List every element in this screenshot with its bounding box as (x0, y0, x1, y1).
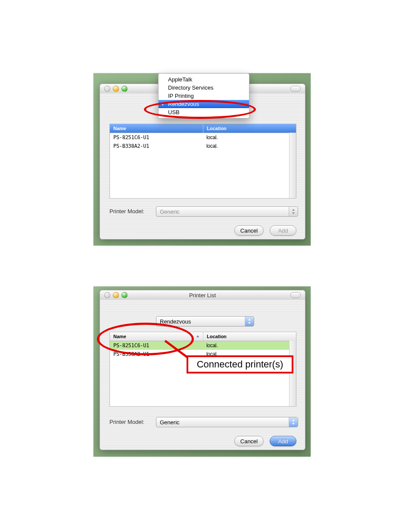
connection-dropdown-menu: AppleTalk Directory Services IP Printing… (158, 73, 249, 118)
column-name[interactable]: Name (110, 124, 203, 133)
window-titlebar[interactable]: Printer List (100, 290, 305, 300)
menu-item-ip-printing[interactable]: IP Printing (159, 92, 249, 100)
add-label: Add (278, 227, 288, 234)
window-zoom-button[interactable] (121, 86, 128, 92)
printer-model-popup[interactable]: Generic (156, 206, 298, 217)
table-scrollbar[interactable] (289, 133, 296, 198)
column-location[interactable]: Location (203, 124, 296, 133)
cancel-button[interactable]: Cancel (234, 436, 264, 446)
cell-location: local. (203, 342, 296, 348)
popup-arrows-icon (289, 207, 298, 216)
cell-name: PS-8251C6-U1 (110, 342, 203, 348)
cell-name: PS-B338A2-U1 (110, 143, 203, 149)
toolbar-toggle-button[interactable] (290, 292, 301, 298)
cell-location: local. (203, 143, 296, 149)
annotation-text: Connected printer(s) (197, 359, 283, 370)
popup-arrows-icon (289, 417, 298, 427)
menu-item-appletalk[interactable]: AppleTalk (159, 75, 249, 84)
printer-model-value: Generic (160, 208, 180, 215)
screenshot-top: Name Location PS-8251C6-U1 local. PS-B33… (93, 73, 311, 246)
table-header: Name Location (110, 332, 296, 341)
printer-model-label: Printer Model: (109, 419, 144, 425)
window-zoom-button[interactable] (121, 292, 128, 298)
cell-name: PS-8251C6-U1 (110, 134, 203, 140)
window-close-button[interactable] (104, 86, 110, 92)
window-title: Printer List (100, 292, 305, 299)
add-button[interactable]: Add (270, 436, 296, 446)
cancel-button[interactable]: Cancel (234, 225, 264, 236)
window-minimize-button[interactable] (113, 292, 119, 298)
cancel-label: Cancel (240, 438, 258, 445)
menu-item-directory-services[interactable]: Directory Services (159, 84, 249, 92)
printer-model-popup[interactable]: Generic (156, 417, 298, 427)
screenshot-bottom: Printer List Rendezvous Name Location (93, 286, 311, 457)
checkmark-icon: ✓ (161, 101, 165, 107)
add-button[interactable]: Add (270, 225, 296, 236)
sort-ascending-icon (196, 334, 199, 339)
cancel-label: Cancel (240, 227, 258, 234)
printer-table: Name Location PS-8251C6-U1 local. PS-B33… (109, 124, 296, 199)
cell-location: local. (203, 134, 296, 140)
table-scrollbar[interactable] (289, 341, 296, 406)
table-row[interactable]: PS-8251C6-U1 local. (110, 341, 296, 350)
menu-item-usb[interactable]: USB (159, 108, 249, 116)
toolbar-toggle-button[interactable] (290, 86, 301, 92)
connection-popup[interactable]: Rendezvous (156, 316, 254, 327)
printer-model-value: Generic (160, 419, 180, 426)
annotation-callout: Connected printer(s) (187, 355, 293, 373)
connection-value: Rendezvous (160, 318, 191, 325)
column-location[interactable]: Location (203, 332, 296, 341)
table-row[interactable]: PS-B338A2-U1 local. (110, 142, 296, 150)
window-close-button[interactable] (104, 292, 110, 298)
menu-item-rendezvous[interactable]: ✓Rendezvous (159, 100, 249, 108)
printer-model-label: Printer Model: (109, 208, 144, 215)
window-minimize-button[interactable] (113, 86, 119, 92)
column-name[interactable]: Name (110, 332, 203, 341)
popup-arrows-icon (245, 317, 254, 326)
add-label: Add (278, 438, 288, 445)
table-header: Name Location (110, 124, 296, 133)
window-body: Rendezvous Name Location PS-8251C6-U1 lo… (100, 300, 305, 450)
table-row[interactable]: PS-8251C6-U1 local. (110, 133, 296, 142)
